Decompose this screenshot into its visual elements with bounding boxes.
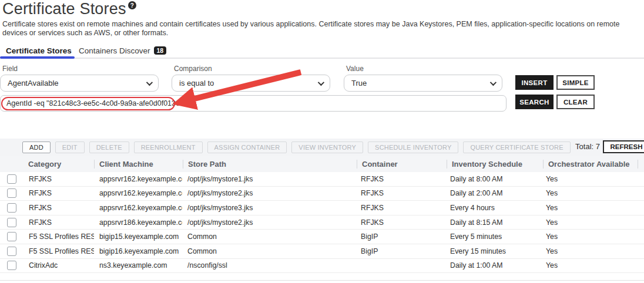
schedule-inventory-button: SCHEDULE INVENTORY [368, 142, 458, 153]
table-row[interactable]: RFJKS appsrvr162.keyexample.com /opt/jks… [0, 187, 644, 201]
insert-button[interactable]: INSERT [515, 75, 554, 90]
query-certificate-store-button: QUERY CERTIFICATE STORE [463, 142, 570, 153]
clear-button[interactable]: CLEAR [556, 95, 595, 109]
value-select[interactable]: True [344, 75, 502, 92]
column-header-store-path[interactable]: Store Path [183, 160, 357, 169]
certificate-stores-page: Certificate Stores ? Certificate stores … [0, 0, 644, 283]
tab-containers[interactable]: Containers [79, 43, 117, 58]
value-label: Value [346, 65, 364, 73]
page-title: Certificate Stores [2, 0, 126, 18]
table-row[interactable]: CitrixAdc ns3.keyexample.com /nsconfig/s… [0, 259, 644, 274]
row-checkbox[interactable] [7, 174, 16, 184]
chevron-down-icon [490, 79, 497, 85]
table-row[interactable]: F5 SSL Profiles REST bigip16.keyexample.… [0, 244, 644, 259]
add-button[interactable]: ADD [22, 142, 51, 153]
tab-discover[interactable]: Discover 18 [119, 43, 166, 58]
chevron-down-icon [318, 79, 324, 85]
field-select[interactable]: AgentAvailable [0, 75, 159, 92]
page-header: Certificate Stores ? [2, 0, 136, 18]
table-row[interactable]: RFJKS appsrvr186.keyexample.com /opt/jks… [0, 215, 644, 230]
assign-container-button: ASSIGN CONTAINER [207, 142, 287, 153]
grid-toolbar: ADD EDIT DELETE REENROLLMENT ASSIGN CONT… [0, 139, 644, 156]
row-checkbox[interactable] [7, 188, 16, 198]
column-header-orchestrator-available[interactable]: Orchestrator Available [544, 160, 638, 169]
row-checkbox[interactable] [7, 247, 16, 256]
table-row[interactable]: RFJKS appsrvr162.keyexample.com /opt/jks… [0, 172, 644, 187]
tab-certificate-stores[interactable]: Certificate Stores [6, 43, 72, 58]
row-checkbox[interactable] [7, 218, 16, 227]
page-description: Certificate stores exist on remote machi… [2, 20, 642, 38]
comparison-select[interactable]: is equal to [172, 75, 330, 92]
certificate-stores-grid: ADD EDIT DELETE REENROLLMENT ASSIGN CONT… [0, 139, 644, 281]
row-checkbox[interactable] [7, 261, 16, 270]
table-header-row: Category Client Machine Store Path Conta… [0, 156, 644, 172]
active-tab-indicator [0, 56, 75, 59]
query-input[interactable]: AgentId -eq "821c48c3-ee5c-4c0d-9a9a-afe… [0, 95, 507, 112]
column-header-category[interactable]: Category [24, 160, 94, 169]
delete-button: DELETE [89, 142, 129, 153]
row-checkbox[interactable] [7, 232, 16, 241]
column-header-container[interactable]: Container [357, 160, 447, 169]
field-label: Field [2, 65, 18, 73]
help-icon[interactable]: ? [128, 1, 136, 9]
refresh-button[interactable]: REFRESH [603, 140, 644, 153]
total-count: Total: 7 [575, 142, 600, 151]
reenrollment-button: REENROLLMENT [134, 142, 203, 153]
chevron-down-icon [146, 79, 153, 85]
row-checkbox[interactable] [7, 203, 16, 213]
column-header-inventory-schedule[interactable]: Inventory Schedule [447, 160, 543, 169]
table-body: RFJKS appsrvr162.keyexample.com /opt/jks… [0, 172, 644, 273]
edit-button: EDIT [55, 142, 85, 153]
column-header-client-machine[interactable]: Client Machine [95, 160, 183, 169]
table-row[interactable]: F5 SSL Profiles REST bigip15.keyexample.… [0, 230, 644, 244]
view-inventory-button: VIEW INVENTORY [291, 142, 363, 153]
search-button[interactable]: SEARCH [515, 95, 554, 109]
simple-button[interactable]: SIMPLE [556, 75, 595, 90]
query-text: AgentId -eq "821c48c3-ee5c-4c0d-9a9a-afe… [6, 99, 186, 107]
comparison-label: Comparison [174, 65, 212, 73]
table-row[interactable]: RFJKS appsrvr162.keyexample.com /opt/jks… [0, 201, 644, 215]
discover-count-badge: 18 [154, 46, 167, 55]
tab-bar: Certificate Stores Containers Discover 1… [0, 43, 644, 59]
